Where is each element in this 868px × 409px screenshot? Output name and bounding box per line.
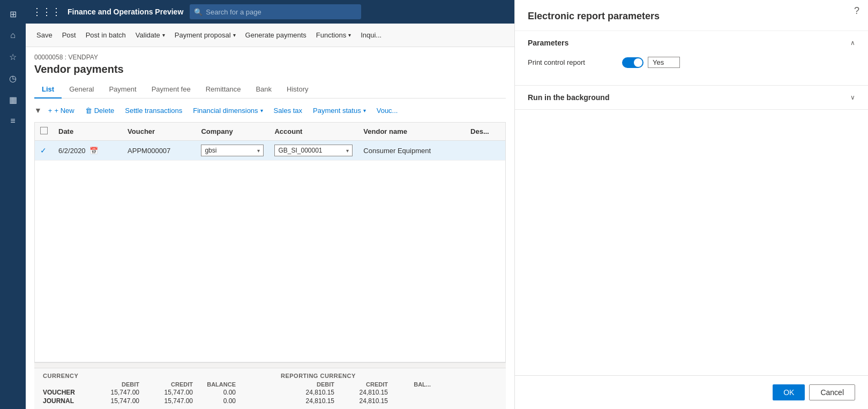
- tab-general[interactable]: General: [62, 81, 101, 99]
- description-column-header: Des...: [465, 123, 505, 141]
- parameters-section: Parameters ∧ Print control report Yes: [515, 31, 868, 86]
- new-button[interactable]: + + New: [44, 103, 79, 118]
- print-control-report-row: Print control report Yes: [528, 57, 855, 68]
- select-all-header[interactable]: [35, 123, 53, 141]
- content-area: 00000058 : VENDPAY Vendor payments List …: [26, 47, 514, 409]
- account-dropdown[interactable]: GB_SI_000001 ▾: [274, 145, 353, 156]
- financial-dimensions-button[interactable]: Financial dimensions ▾: [189, 103, 267, 118]
- settle-transactions-button[interactable]: Settle transactions: [121, 103, 186, 118]
- filter-icon[interactable]: ▼: [34, 106, 42, 115]
- row-account: GB_SI_000001 ▾: [269, 141, 358, 161]
- search-bar[interactable]: 🔍 Search for a page: [190, 4, 361, 19]
- tab-payment[interactable]: Payment: [101, 81, 144, 99]
- row-date: 6/2/2020 📅: [53, 141, 122, 161]
- row-checkmark-icon: ✓: [40, 146, 47, 155]
- row-description: [465, 141, 505, 161]
- horizontal-scrollbar[interactable]: [34, 362, 506, 368]
- print-control-toggle[interactable]: [622, 57, 643, 68]
- currency-label: CURRENCY: [43, 373, 259, 379]
- r-bal-header: BAL...: [388, 381, 431, 388]
- journal-summary-label: JOURNAL: [43, 397, 86, 405]
- post-in-batch-button[interactable]: Post in batch: [81, 27, 130, 44]
- star-icon[interactable]: ☆: [3, 47, 23, 66]
- row-company: gbsi ▾: [196, 141, 269, 161]
- nav-icon[interactable]: ≡: [3, 111, 23, 131]
- payments-table: Date Voucher Company Account Vendor name…: [35, 123, 505, 161]
- row-vendor-name: Consumer Equipment: [358, 141, 465, 161]
- footer-summary: CURRENCY DEBIT CREDIT BALANCE VOUCHER 15…: [34, 368, 506, 409]
- tab-payment-fee[interactable]: Payment fee: [144, 81, 198, 99]
- parameters-chevron-icon: ∧: [850, 39, 855, 47]
- delete-button[interactable]: 🗑 Delete: [81, 103, 119, 118]
- voucher-balance: 0.00: [193, 389, 236, 396]
- r-credit-header: CREDIT: [334, 381, 388, 388]
- payment-status-button[interactable]: Payment status ▾: [309, 103, 370, 118]
- functions-button[interactable]: Functions ▾: [312, 27, 355, 44]
- help-icon[interactable]: ?: [854, 5, 859, 17]
- run-in-background-title: Run in the background: [528, 93, 609, 102]
- tab-remittance[interactable]: Remittance: [198, 81, 249, 99]
- grid-icon[interactable]: ⊞: [3, 4, 23, 24]
- toggle-container: Yes: [622, 57, 680, 68]
- row-checkbox-cell[interactable]: ✓: [35, 141, 53, 161]
- right-panel: Electronic report parameters Parameters …: [514, 0, 868, 409]
- workspace-icon[interactable]: ▦: [3, 90, 23, 109]
- journal-r-debit: 24,810.15: [281, 397, 334, 405]
- tab-history[interactable]: History: [279, 81, 316, 99]
- parameters-section-title: Parameters: [528, 39, 568, 47]
- search-placeholder: Search for a page: [206, 8, 261, 16]
- app-title: Finance and Operations Preview: [68, 7, 183, 16]
- company-column-header: Company: [196, 123, 269, 141]
- sales-tax-button[interactable]: Sales tax: [270, 103, 306, 118]
- voucher-r-debit: 24,810.15: [281, 389, 334, 396]
- voucher-button[interactable]: Vouc...: [372, 103, 402, 118]
- date-column-header: Date: [53, 123, 122, 141]
- parameters-section-header[interactable]: Parameters ∧: [515, 31, 868, 55]
- row-voucher: APPM000007: [122, 141, 196, 161]
- app-grid-icon[interactable]: ⋮⋮⋮: [32, 6, 61, 18]
- voucher-debit: 15,747.00: [86, 389, 139, 396]
- cancel-button[interactable]: Cancel: [809, 384, 855, 400]
- voucher-column-header: Voucher: [122, 123, 196, 141]
- run-in-background-chevron-icon: ∨: [850, 94, 855, 101]
- run-in-background-section: Run in the background ∨: [515, 86, 868, 110]
- voucher-r-credit: 24,810.15: [334, 389, 388, 396]
- currency-section: CURRENCY DEBIT CREDIT BALANCE VOUCHER 15…: [43, 373, 259, 405]
- debit-header: DEBIT: [86, 381, 139, 388]
- panel-footer: OK Cancel: [515, 375, 868, 409]
- main-area: ⋮⋮⋮ Finance and Operations Preview 🔍 Sea…: [26, 0, 514, 409]
- reporting-currency-label: REPORTING CURRENCY: [281, 373, 497, 379]
- tab-list[interactable]: List: [34, 81, 62, 99]
- table-container: Date Voucher Company Account Vendor name…: [34, 122, 506, 362]
- ok-button[interactable]: OK: [773, 384, 805, 400]
- table-row[interactable]: ✓ 6/2/2020 📅 APPM000007 gbsi ▾: [35, 141, 505, 161]
- validate-button[interactable]: Validate ▾: [131, 27, 169, 44]
- toggle-thumb: [634, 58, 642, 67]
- voucher-summary-label: VOUCHER: [43, 389, 86, 396]
- post-button[interactable]: Post: [58, 27, 80, 44]
- generate-payments-button[interactable]: Generate payments: [241, 27, 311, 44]
- clock-icon[interactable]: ◷: [3, 69, 23, 88]
- journal-balance: 0.00: [193, 397, 236, 405]
- reporting-currency-section: REPORTING CURRENCY DEBIT CREDIT BAL... 2…: [281, 373, 497, 405]
- financial-dimensions-chevron-icon: ▾: [260, 108, 263, 113]
- delete-icon: 🗑: [85, 107, 92, 115]
- home-icon[interactable]: ⌂: [3, 26, 23, 45]
- payment-proposal-chevron-icon: ▾: [233, 32, 236, 38]
- run-in-background-section-header[interactable]: Run in the background ∨: [515, 86, 868, 109]
- top-bar: ⋮⋮⋮ Finance and Operations Preview 🔍 Sea…: [26, 0, 514, 24]
- inquire-button[interactable]: Inqui...: [356, 27, 386, 44]
- journal-credit: 15,747.00: [139, 397, 193, 405]
- save-button[interactable]: Save: [32, 27, 57, 44]
- toolbar: Save Post Post in batch Validate ▾ Payme…: [26, 24, 514, 47]
- account-dropdown-chevron-icon: ▾: [346, 148, 349, 154]
- action-bar: ▼ + + New 🗑 Delete Settle transactions F…: [34, 99, 506, 122]
- credit-header: CREDIT: [139, 381, 193, 388]
- payment-proposal-button[interactable]: Payment proposal ▾: [170, 27, 240, 44]
- company-dropdown[interactable]: gbsi ▾: [201, 145, 264, 156]
- page-title: Vendor payments: [34, 63, 506, 75]
- tab-bank[interactable]: Bank: [248, 81, 279, 99]
- calendar-icon[interactable]: 📅: [89, 147, 98, 155]
- select-all-checkbox[interactable]: [40, 127, 48, 134]
- balance-header: BALANCE: [193, 381, 236, 388]
